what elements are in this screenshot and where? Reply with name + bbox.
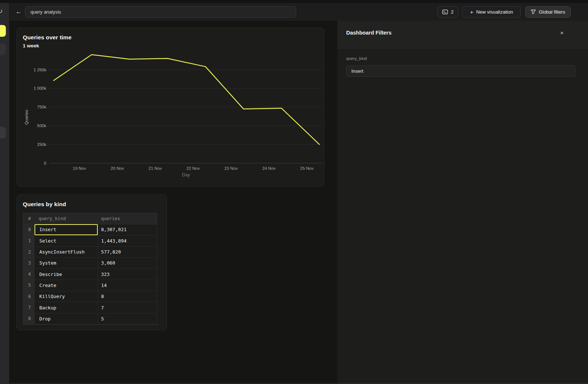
global-filters-button[interactable]: Global filters [525, 6, 571, 18]
x-axis-tick-label: 21 Nov [148, 166, 162, 171]
y-axis-tick-label: 1 250k [33, 68, 46, 72]
x-axis-tick-label: 24 Nov [262, 166, 276, 171]
queries-value-cell[interactable]: 5 [98, 313, 157, 324]
query-kind-cell[interactable]: Insert [35, 224, 98, 235]
row-index-cell: 2 [23, 247, 35, 258]
queries-value-cell[interactable]: 1,443,894 [98, 236, 157, 247]
y-axis-label: Queries [24, 110, 29, 125]
y-axis-tick-label: 250k [37, 142, 46, 147]
queries-value-cell[interactable]: 8,307,021 [98, 224, 157, 235]
sidebar-rail: ↻ [0, 3, 10, 384]
x-axis-tick-label: 20 Nov [111, 166, 124, 171]
query-kind-cell[interactable]: System [35, 258, 98, 269]
column-header-queries: queries [98, 213, 157, 225]
console-window-icon [442, 10, 448, 14]
close-panel-button[interactable]: ✕ [558, 29, 566, 37]
row-index-cell: 5 [23, 280, 35, 291]
console-tabs-button[interactable]: 2 [437, 6, 458, 18]
sidebar-item-active[interactable] [0, 25, 6, 37]
x-axis-tick-label: 25 Nov [300, 166, 314, 171]
row-index-cell: 1 [23, 236, 35, 247]
back-button[interactable]: ← [13, 6, 24, 17]
new-visualization-button[interactable]: + New visualization [462, 6, 521, 18]
query-kind-filter-input[interactable] [346, 65, 576, 77]
query-kind-cell[interactable]: Drop [35, 313, 98, 324]
row-index-cell: 7 [23, 302, 35, 313]
topbar: ← 2 + New visualization Global filters [10, 3, 588, 21]
queries-value-cell[interactable]: 7 [98, 302, 157, 313]
main-content: Queries over time 1 week 0250k500k750k1 … [10, 21, 337, 384]
queries-value-cell[interactable]: 3,060 [98, 258, 157, 269]
new-visualization-label: New visualization [476, 9, 513, 15]
y-axis-tick-label: 0 [44, 161, 46, 165]
close-icon: ✕ [560, 30, 564, 36]
row-index-cell: 8 [23, 313, 35, 324]
column-header-query-kind: query_kind [35, 213, 98, 225]
query-kind-cell[interactable]: Create [35, 280, 98, 291]
dashboard-filters-panel: Dashboard Filters ✕ query_kind [337, 21, 588, 384]
y-axis-tick-label: 750k [37, 105, 46, 109]
queries-over-time-card: Queries over time 1 week 0250k500k750k1 … [17, 28, 325, 187]
queries-by-kind-table: #query_kindqueries0Insert8,307,0211Selec… [23, 213, 157, 325]
column-header-index: # [23, 213, 35, 225]
queries-value-cell[interactable]: 577,820 [98, 247, 157, 258]
x-axis-label: Day [182, 172, 190, 177]
query-kind-cell[interactable]: Backup [35, 302, 98, 313]
queries-value-cell[interactable]: 8 [98, 291, 157, 302]
window-bottom-edge [10, 383, 588, 384]
queries-series-line [54, 55, 319, 144]
query-kind-cell[interactable]: Describe [35, 269, 98, 280]
sidebar-item[interactable] [0, 43, 6, 55]
dashboard-app: ↻ ← 2 + New visualization Global filters [0, 0, 588, 384]
query-kind-cell[interactable]: AsyncInsertFlush [35, 247, 98, 258]
queries-value-cell[interactable]: 323 [98, 269, 157, 280]
query-kind-cell[interactable]: KillQuery [35, 291, 98, 302]
row-index-cell: 0 [23, 224, 35, 235]
x-axis-tick-label: 23 Nov [224, 166, 238, 171]
queries-by-kind-card: Queries by kind #query_kindqueries0Inser… [17, 194, 167, 330]
window-top-strip [0, 0, 588, 3]
x-axis-tick-label: 22 Nov [186, 166, 200, 171]
arrow-left-icon: ← [16, 8, 22, 15]
sidebar-item[interactable] [0, 127, 6, 139]
dashboard-title-input[interactable] [25, 6, 296, 18]
row-index-cell: 4 [23, 269, 35, 280]
query-kind-cell[interactable]: Select [35, 236, 98, 247]
table-title: Queries by kind [23, 201, 66, 208]
plus-icon: + [470, 9, 473, 15]
y-axis-tick-label: 500k [37, 123, 46, 128]
row-index-cell: 6 [23, 291, 35, 302]
console-tabs-count: 2 [451, 9, 453, 15]
filter-field-label: query_kind [346, 56, 367, 61]
global-filters-label: Global filters [539, 9, 565, 15]
funnel-icon [531, 10, 536, 14]
filters-panel-title: Dashboard Filters [346, 30, 391, 36]
refresh-icon[interactable]: ↻ [0, 8, 3, 14]
y-axis-tick-label: 1 000k [33, 86, 46, 90]
queries-value-cell[interactable]: 14 [98, 280, 157, 291]
row-index-cell: 3 [23, 258, 35, 269]
x-axis-tick-label: 19 Nov [73, 166, 86, 171]
queries-over-time-chart[interactable]: 0250k500k750k1 000k1 250kQueries19 Nov20… [17, 28, 325, 187]
filters-panel-header: Dashboard Filters ✕ [337, 21, 588, 49]
